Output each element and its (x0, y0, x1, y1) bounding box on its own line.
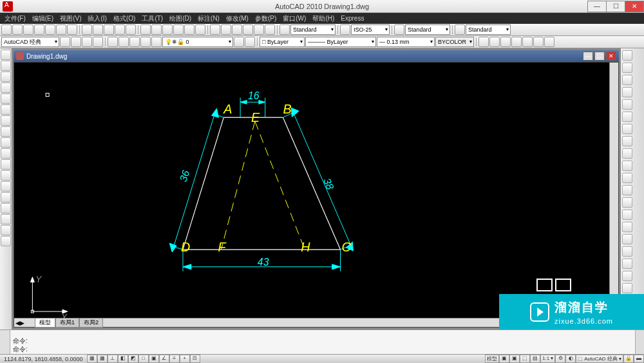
status-toggle[interactable]: ◧ (118, 355, 128, 363)
modify-tool-button[interactable] (622, 87, 632, 97)
status-toggle[interactable]: ▦ (97, 355, 108, 363)
toolbar-button[interactable] (93, 25, 103, 35)
maximize-button[interactable]: ☐ (606, 1, 625, 12)
toolbar-button[interactable] (1, 25, 12, 35)
modify-tool-button[interactable] (622, 124, 632, 134)
toolbar-button[interactable] (56, 25, 66, 35)
toolbar-button[interactable] (115, 25, 125, 35)
doc-minimize-button[interactable]: — (583, 52, 593, 61)
status-button[interactable]: ▣ (499, 355, 509, 363)
menu-item[interactable]: 文件(F) (1, 14, 29, 23)
draw-tool-button[interactable] (1, 192, 11, 202)
status-button[interactable]: ▤ (530, 355, 540, 363)
toolbar-button[interactable] (104, 25, 114, 35)
draw-tool-button[interactable] (1, 61, 11, 71)
status-toggle[interactable]: ▦ (87, 355, 97, 363)
layer-button[interactable] (108, 37, 118, 47)
style-combo[interactable]: Standard (290, 25, 336, 35)
toolbar-button[interactable] (254, 25, 264, 35)
status-model[interactable]: 模型 (485, 355, 499, 363)
toolbar-button[interactable] (93, 37, 103, 47)
toolbar-button[interactable] (184, 25, 194, 35)
toolbar-button[interactable] (126, 25, 136, 35)
color-combo[interactable]: □ ByLayer (260, 37, 305, 47)
modify-tool-button[interactable] (622, 148, 632, 159)
draw-tool-button[interactable] (1, 159, 11, 170)
menu-item[interactable]: 编辑(E) (29, 14, 57, 23)
status-toggle[interactable]: ◩ (128, 355, 138, 363)
status-button[interactable]: ⚙ (555, 355, 565, 363)
style-icon[interactable] (455, 25, 465, 35)
status-toggle[interactable]: ≡ (169, 355, 180, 363)
status-toggle[interactable]: □ (138, 355, 149, 363)
toolbar-button[interactable] (34, 25, 44, 35)
toolbar-button[interactable] (71, 37, 81, 47)
status-toggle[interactable]: ▣ (149, 355, 159, 363)
menu-item[interactable]: 帮助(H) (309, 14, 337, 23)
draw-tool-button[interactable] (1, 104, 11, 115)
status-button[interactable]: 🔒 (623, 355, 634, 363)
style-combo[interactable]: ISO-25 (351, 25, 390, 35)
menu-item[interactable]: 工具(T) (138, 14, 166, 23)
toolbar-button[interactable] (221, 25, 231, 35)
draw-tool-button[interactable] (1, 137, 11, 148)
style-icon[interactable] (394, 25, 404, 35)
minimize-button[interactable]: — (587, 1, 607, 12)
toolbar-button[interactable] (60, 37, 70, 47)
toolbar-button[interactable] (522, 37, 533, 47)
tab-model[interactable]: 模型 (35, 318, 55, 328)
modify-tool-button[interactable] (622, 185, 632, 195)
toolbar-button[interactable] (45, 25, 55, 35)
toolbar-button[interactable] (243, 25, 253, 35)
status-scale[interactable]: 1:1 ▾ (540, 355, 555, 363)
draw-tool-button[interactable] (1, 72, 11, 82)
toolbar-button[interactable] (151, 25, 162, 35)
layer-button[interactable] (140, 37, 151, 47)
toolbar-button[interactable] (234, 37, 244, 47)
doc-close-button[interactable]: ✕ (606, 52, 616, 61)
toolbar-button[interactable] (23, 25, 33, 35)
toolbar-button[interactable] (489, 37, 500, 47)
modify-tool-button[interactable] (622, 259, 632, 269)
modify-tool-button[interactable] (622, 222, 632, 232)
toolbar-button[interactable] (173, 25, 184, 35)
modify-tool-button[interactable] (622, 246, 632, 257)
toolbar-button[interactable] (195, 25, 205, 35)
modify-tool-button[interactable] (622, 161, 632, 171)
status-toggle[interactable]: + (180, 355, 190, 363)
status-button[interactable]: ▬ (634, 355, 644, 363)
style-icon[interactable] (279, 25, 290, 35)
status-button[interactable]: ▣ (509, 355, 520, 363)
draw-tool-button[interactable] (1, 148, 11, 159)
modify-tool-button[interactable] (622, 136, 632, 146)
plotstyle-combo[interactable]: BYCOLOR (435, 37, 474, 47)
toolbar-button[interactable] (82, 37, 92, 47)
layer-button[interactable] (118, 37, 129, 47)
toolbar-button[interactable] (500, 37, 511, 47)
toolbar-button[interactable] (140, 25, 151, 35)
status-toggle[interactable]: ⊡ (190, 355, 200, 363)
modify-tool-button[interactable] (622, 99, 632, 110)
menu-item[interactable]: Express (337, 15, 367, 22)
draw-tool-button[interactable] (1, 170, 11, 181)
command-scrollbar[interactable] (635, 330, 644, 354)
modify-tool-button[interactable] (622, 75, 632, 85)
draw-tool-button[interactable] (1, 93, 11, 104)
toolbar-button[interactable] (533, 37, 544, 47)
toolbar-button[interactable] (245, 37, 255, 47)
draw-tool-button[interactable] (1, 236, 11, 246)
draw-tool-button[interactable] (1, 83, 11, 93)
vertical-scrollbar[interactable] (609, 63, 618, 318)
style-combo[interactable]: Standard (466, 25, 511, 35)
toolbar-button[interactable] (82, 25, 92, 35)
modify-tool-button[interactable] (622, 283, 632, 293)
layer-combo[interactable]: 💡❄🔓 0 (162, 37, 233, 47)
menu-item[interactable]: 绘图(D) (166, 14, 194, 23)
linetype-combo[interactable]: ——— ByLayer (305, 37, 376, 47)
modify-tool-button[interactable] (622, 173, 632, 183)
menu-item[interactable]: 参数(P) (252, 14, 279, 23)
menu-item[interactable]: 修改(M) (223, 14, 252, 23)
status-toggle[interactable]: ⊥ (108, 355, 118, 363)
drawing-canvas[interactable]: Y X (14, 62, 619, 328)
style-icon[interactable] (340, 25, 350, 35)
